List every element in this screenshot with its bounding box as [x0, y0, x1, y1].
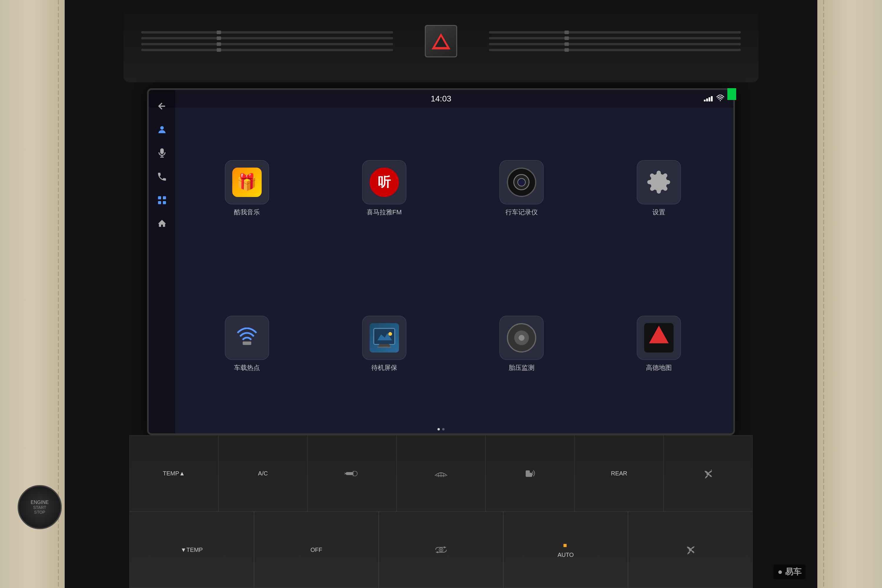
svg-rect-10 — [374, 328, 395, 344]
app-icon-dashcam — [500, 160, 544, 204]
app-label-himalaya: 喜马拉雅FM — [367, 208, 402, 217]
infotainment-screen: 14:03 — [149, 90, 733, 434]
app-item-dashcam[interactable]: 行车记录仪 — [456, 114, 587, 263]
clock: 14:03 — [431, 94, 451, 104]
app-item-tire[interactable]: 胎压监测 — [456, 269, 587, 418]
vent-slat — [489, 43, 741, 45]
svg-marker-23 — [444, 546, 446, 548]
off-button[interactable]: OFF — [254, 512, 379, 588]
temp-down-button[interactable]: ▼TEMP — [129, 512, 254, 588]
fan-down-icon: ↓ — [684, 544, 697, 555]
app-icon-screensaver — [362, 316, 406, 360]
sidebar-home-button[interactable] — [154, 216, 170, 231]
sidebar-apps-button[interactable] — [154, 193, 170, 208]
vent-slat — [141, 31, 393, 33]
vent-slats-right — [489, 31, 741, 51]
app-label-dashcam: 行车记录仪 — [506, 208, 538, 217]
svg-rect-12 — [377, 346, 391, 348]
recirculate-icon — [434, 544, 448, 555]
svg-point-11 — [388, 332, 392, 336]
app-item-himalaya[interactable]: 听 喜马拉雅FM — [318, 114, 450, 263]
heated-seat-icon — [524, 468, 536, 478]
gear-icon — [646, 170, 671, 195]
svg-rect-5 — [158, 196, 161, 200]
ac-control-panel: TEMP▲ A/C — [129, 435, 753, 588]
car-interior: 14:03 — [0, 0, 882, 588]
heated-seat-button[interactable] — [485, 435, 574, 512]
fan-speed-up-button[interactable]: ↑ — [663, 435, 753, 512]
top-vent-area — [123, 0, 759, 82]
temp-down-label: ▼TEMP — [180, 546, 202, 553]
page-indicator — [438, 428, 444, 430]
svg-marker-13 — [649, 326, 669, 344]
svg-marker-24 — [436, 551, 438, 553]
app-item-map[interactable]: 高德地图 — [593, 269, 724, 418]
ac-button[interactable]: A/C — [219, 435, 308, 512]
app-item-kuwo[interactable]: 🎁 酷我音乐 — [181, 114, 312, 263]
hazard-button[interactable] — [425, 25, 457, 57]
sidebar-profile-button[interactable] — [154, 122, 170, 137]
svg-rect-7 — [158, 201, 161, 204]
ac-row-1: TEMP▲ A/C — [129, 435, 753, 512]
app-item-hotspot[interactable]: 车载热点 — [181, 269, 312, 418]
leather-panel-right — [818, 0, 882, 588]
start-button[interactable]: ENGINE START STOP — [18, 485, 62, 529]
auto-button[interactable]: ■ AUTO — [503, 512, 628, 588]
app-label-map: 高德地图 — [646, 363, 672, 372]
app-icon-hotspot — [225, 316, 269, 360]
app-label-hotspot: 车载热点 — [234, 363, 260, 372]
ac-label: A/C — [258, 470, 268, 477]
app-icon-map — [637, 316, 681, 360]
watermark-icon: ● — [778, 567, 783, 576]
app-icon-kuwo: 🎁 — [225, 160, 269, 204]
screen-bezel: 14:03 — [147, 88, 735, 435]
vent-slat — [141, 43, 393, 45]
sidebar-phone-button[interactable] — [154, 170, 170, 184]
page-dot-1 — [438, 428, 440, 430]
app-grid: 🎁 酷我音乐 听 喜马拉雅FM — [178, 111, 728, 422]
svg-rect-9 — [243, 341, 251, 345]
fan-up-icon: ↑ — [702, 468, 715, 478]
sidebar-microphone-button[interactable] — [154, 146, 170, 160]
app-label-settings: 设置 — [652, 208, 665, 217]
green-indicator — [728, 88, 736, 100]
hazard-icon — [432, 33, 450, 50]
app-icon-settings — [637, 160, 681, 204]
temp-up-label: TEMP▲ — [163, 470, 185, 477]
app-label-tire: 胎压监测 — [508, 363, 534, 372]
signal-strength-icon — [704, 96, 712, 101]
airflow-body-button[interactable] — [308, 435, 397, 512]
app-item-settings[interactable]: 设置 — [593, 114, 724, 263]
auto-label: AUTO — [557, 552, 574, 558]
app-item-screensaver[interactable]: 待机屏保 — [318, 269, 450, 418]
vent-slat — [489, 31, 741, 33]
temp-up-button[interactable]: TEMP▲ — [129, 435, 219, 512]
watermark-text: 易车 — [785, 567, 801, 576]
vent-slat — [489, 37, 741, 39]
svg-rect-8 — [163, 201, 166, 204]
status-bar: 14:03 — [149, 90, 733, 108]
app-icon-tire — [500, 316, 544, 360]
svg-text:↓: ↓ — [693, 549, 695, 554]
svg-rect-20 — [526, 470, 530, 474]
svg-text:↑: ↑ — [710, 468, 712, 472]
ac-row-2: ▼TEMP OFF ■ A — [129, 512, 753, 588]
car-airflow-icon — [345, 469, 359, 478]
vent-slat — [141, 37, 393, 39]
svg-rect-14 — [346, 472, 353, 475]
sidebar-back-button[interactable] — [154, 99, 170, 114]
svg-point-1 — [160, 126, 164, 130]
svg-point-0 — [720, 100, 721, 101]
app-label-kuwo: 酷我音乐 — [234, 208, 260, 217]
leather-stitching-right — [823, 0, 824, 588]
fan-speed-down-button[interactable]: ↓ — [628, 512, 753, 588]
rear-defrost-button[interactable]: REAR — [574, 435, 663, 512]
recirculate-button[interactable] — [379, 512, 503, 588]
off-label: OFF — [310, 546, 322, 553]
center-trim: 14:03 — [64, 0, 818, 588]
svg-rect-2 — [161, 149, 164, 154]
defrost-front-button[interactable] — [397, 435, 486, 512]
watermark: ● 易车 — [774, 564, 806, 579]
sidebar — [149, 90, 175, 434]
app-icon-himalaya: 听 — [362, 160, 406, 204]
